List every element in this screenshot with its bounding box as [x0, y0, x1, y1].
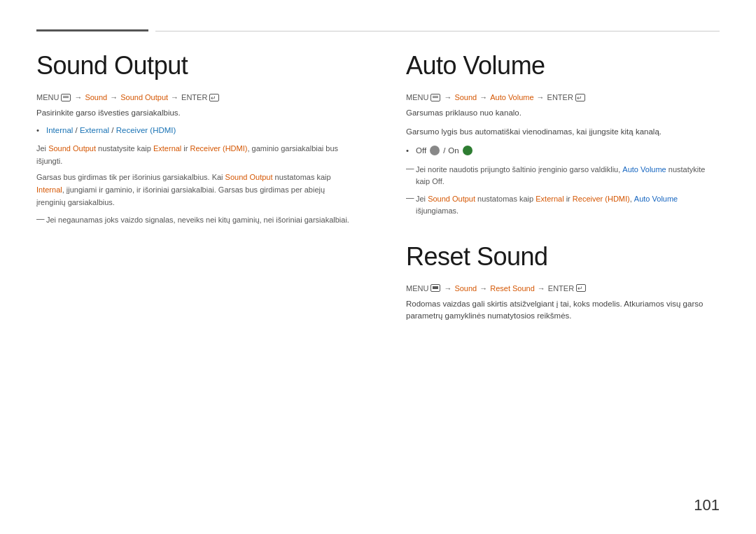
- on-circle-icon: [463, 146, 472, 155]
- arrow8: →: [479, 284, 487, 293]
- off-label: Off: [416, 146, 426, 155]
- reset-sound-menu-path: MENU → Sound → Reset Sound → ENTER: [406, 284, 720, 293]
- sound-output-note: Jei negaunamas joks vaizdo signalas, nev…: [36, 214, 350, 226]
- para-2: Garsas bus girdimas tik per išorinius ga…: [36, 171, 350, 209]
- arrow5: →: [479, 93, 487, 101]
- auto-volume-desc2: Garsumo lygis bus automatiškai vienodina…: [406, 126, 720, 138]
- sound-output-bullets: Internal / External / Receiver (HDMI): [36, 126, 350, 134]
- auto-volume-ref2: Auto Volume: [634, 195, 678, 203]
- internal-ref1: Internal: [36, 185, 62, 194]
- slash-label: /: [443, 146, 445, 155]
- arrow6: →: [537, 93, 545, 101]
- enter-icon: [209, 94, 219, 101]
- menu-icon-3: [430, 284, 440, 292]
- menu-icon: [61, 94, 71, 101]
- top-rule: [36, 28, 720, 31]
- enter-label-2: ENTER: [547, 93, 573, 101]
- sound-output-ref3: Sound Output: [428, 195, 475, 203]
- reset-sound-desc: Rodomas vaizdas gali skirtis atsižvelgia…: [406, 298, 720, 323]
- auto-volume-menu-path: MENU → Sound → Auto Volume → ENTER: [406, 93, 720, 101]
- auto-volume-note1: Jei norite naudotis prijungto šaltinio į…: [406, 164, 720, 188]
- sound-link1: Sound: [85, 93, 107, 101]
- para-1: Jei Sound Output nustatysite kaip Extern…: [36, 143, 350, 167]
- external-link: External: [80, 126, 109, 134]
- columns: Sound Output MENU → Sound → Sound Output…: [36, 51, 720, 513]
- enter-label: ENTER: [181, 93, 207, 101]
- page-container: Sound Output MENU → Sound → Sound Output…: [0, 0, 756, 534]
- section-divider: [406, 221, 720, 242]
- right-column: Auto Volume MENU → Sound → Auto Volume →…: [392, 51, 720, 513]
- arrow3: →: [171, 93, 178, 101]
- enter-icon-3: [576, 284, 586, 292]
- external-ref1: External: [153, 144, 181, 153]
- sound-link3: Sound: [454, 284, 477, 293]
- auto-volume-title: Auto Volume: [406, 51, 720, 80]
- sound-output-ref2: Sound Output: [225, 173, 273, 181]
- sound-link2: Sound: [454, 93, 477, 101]
- menu-label-3: MENU: [406, 284, 428, 293]
- receiver-link: Receiver (HDMI): [116, 126, 176, 134]
- internal-link: Internal: [46, 126, 73, 134]
- sound-output-link: Sound Output: [120, 93, 168, 101]
- auto-volume-ref1: Auto Volume: [622, 165, 666, 174]
- reset-sound-title: Reset Sound: [406, 242, 720, 272]
- off-circle-icon: [430, 146, 440, 155]
- sound-output-title: Sound Output: [36, 51, 350, 80]
- arrow7: →: [444, 284, 451, 293]
- auto-volume-note2: Jei Sound Output nustatomas kaip Externa…: [406, 193, 720, 217]
- receiver-ref2: Receiver (HDMI): [573, 195, 630, 203]
- note-text-1: Jei negaunamas joks vaizdo signalas, nev…: [46, 214, 350, 226]
- enter-icon-2: [575, 94, 585, 101]
- enter-label-3: ENTER: [548, 284, 574, 293]
- external-ref2: External: [536, 195, 564, 203]
- menu-icon-2: [430, 94, 440, 101]
- sound-output-ref1: Sound Output: [48, 144, 96, 153]
- top-rule-left: [36, 29, 148, 31]
- off-ref1: Off: [432, 177, 442, 185]
- off-on-item: Off / On: [406, 146, 720, 155]
- reset-sound-link: Reset Sound: [490, 284, 535, 293]
- menu-label: MENU: [36, 93, 59, 101]
- arrow1: →: [74, 93, 82, 101]
- arrow9: →: [538, 284, 545, 293]
- top-rule-right: [155, 31, 720, 31]
- auto-volume-note-text2: Jei Sound Output nustatomas kaip Externa…: [416, 193, 720, 217]
- auto-volume-desc1: Garsumas priklauso nuo kanalo.: [406, 107, 720, 119]
- off-on-bullets: Off / On: [406, 146, 720, 155]
- auto-volume-note-text1: Jei norite naudotis prijungto šaltinio į…: [416, 164, 720, 188]
- auto-volume-link: Auto Volume: [490, 93, 533, 101]
- left-column: Sound Output MENU → Sound → Sound Output…: [36, 51, 364, 513]
- receiver-ref1: Receiver (HDMI): [190, 144, 248, 153]
- arrow2: →: [110, 93, 118, 101]
- bullet-item-1: Internal / External / Receiver (HDMI): [36, 126, 350, 134]
- arrow4: →: [444, 93, 451, 101]
- reset-sound-section: Reset Sound MENU → Sound → Reset Sound →…: [406, 242, 720, 323]
- on-label: On: [448, 146, 458, 155]
- menu-label-2: MENU: [406, 93, 428, 101]
- sound-output-menu-path: MENU → Sound → Sound Output → ENTER: [36, 93, 350, 101]
- sound-output-desc: Pasirinkite garso išvesties garsiakalbiu…: [36, 107, 350, 119]
- page-number: 101: [694, 496, 720, 514]
